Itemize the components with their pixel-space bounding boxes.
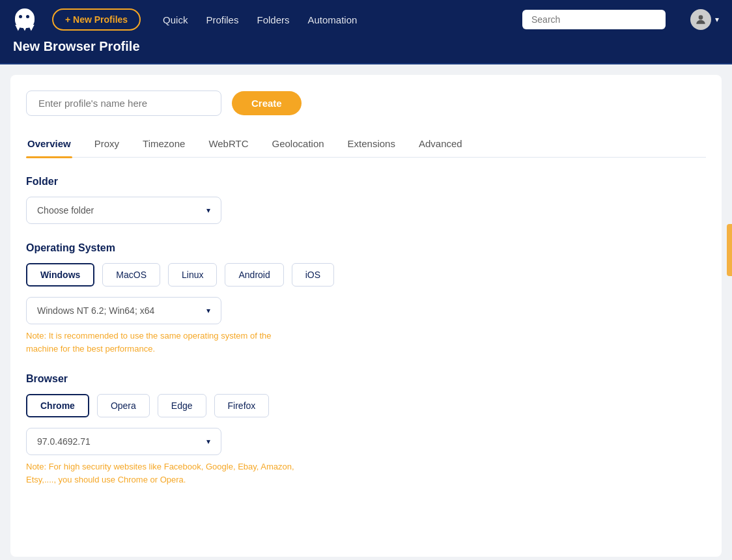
folder-dropdown[interactable]: Choose folder ▾ xyxy=(26,197,221,224)
page-header: New Browser Profile xyxy=(0,39,732,64)
browser-btn-chrome[interactable]: Chrome xyxy=(26,394,89,417)
tab-advanced[interactable]: Advanced xyxy=(417,132,464,157)
scrollbar-handle[interactable] xyxy=(727,224,732,276)
tab-geolocation[interactable]: Geolocation xyxy=(271,132,326,157)
logo xyxy=(13,8,36,31)
os-btn-ios[interactable]: iOS xyxy=(292,263,334,287)
nav-link-quick[interactable]: Quick xyxy=(163,14,188,25)
browser-label: Browser xyxy=(26,373,706,385)
tab-extensions[interactable]: Extensions xyxy=(346,132,397,157)
os-btn-windows[interactable]: Windows xyxy=(26,263,94,287)
browser-note: Note: For high security websites like Fa… xyxy=(26,460,300,486)
navbar: + New Profiles Quick Profiles Folders Au… xyxy=(0,0,732,39)
browser-btn-opera[interactable]: Opera xyxy=(97,394,150,417)
search-bar xyxy=(522,10,666,29)
tab-overview[interactable]: Overview xyxy=(26,132,72,157)
nav-link-profiles[interactable]: Profiles xyxy=(206,14,238,25)
tab-bar: Overview Proxy Timezone WebRTC Geolocati… xyxy=(26,132,706,158)
new-profiles-button[interactable]: + New Profiles xyxy=(52,8,141,31)
os-label: Operating System xyxy=(26,242,706,254)
page-title: New Browser Profile xyxy=(13,39,140,53)
nav-links: Quick Profiles Folders Automation xyxy=(163,14,357,25)
os-version-value: Windows NT 6.2; Win64; x64 xyxy=(37,305,154,316)
os-btn-linux[interactable]: Linux xyxy=(168,263,217,287)
folder-section: Folder Choose folder ▾ xyxy=(26,176,706,224)
avatar xyxy=(690,9,711,30)
user-menu[interactable]: ▾ xyxy=(690,9,719,30)
browser-version-dropdown[interactable]: 97.0.4692.71 ▾ xyxy=(26,428,221,455)
folder-placeholder: Choose folder xyxy=(37,205,94,216)
browser-version-value: 97.0.4692.71 xyxy=(37,436,91,447)
profile-name-row: Create xyxy=(26,91,706,116)
nav-link-automation[interactable]: Automation xyxy=(308,14,358,25)
nav-link-folders[interactable]: Folders xyxy=(257,14,289,25)
svg-point-0 xyxy=(699,15,703,20)
browser-btn-group: Chrome Opera Edge Firefox xyxy=(26,394,706,417)
browser-section: Browser Chrome Opera Edge Firefox 97.0.4… xyxy=(26,373,706,486)
profile-name-input[interactable] xyxy=(26,91,221,116)
chevron-down-icon: ▾ xyxy=(206,437,210,446)
os-btn-android[interactable]: Android xyxy=(225,263,283,287)
tab-proxy[interactable]: Proxy xyxy=(93,132,120,157)
create-button[interactable]: Create xyxy=(232,91,302,115)
os-section: Operating System Windows MacOS Linux And… xyxy=(26,242,706,355)
chevron-down-icon: ▾ xyxy=(206,206,210,215)
search-input[interactable] xyxy=(522,10,666,29)
tab-timezone[interactable]: Timezone xyxy=(141,132,186,157)
chevron-down-icon: ▾ xyxy=(715,15,719,24)
browser-btn-edge[interactable]: Edge xyxy=(158,394,206,417)
os-version-dropdown[interactable]: Windows NT 6.2; Win64; x64 ▾ xyxy=(26,297,221,324)
chevron-down-icon: ▾ xyxy=(206,306,210,315)
os-btn-macos[interactable]: MacOS xyxy=(102,263,160,287)
tab-webrtc[interactable]: WebRTC xyxy=(207,132,249,157)
folder-label: Folder xyxy=(26,176,706,188)
main-content: Create Overview Proxy Timezone WebRTC Ge… xyxy=(10,75,722,557)
os-note: Note: It is recommended to use the same … xyxy=(26,329,300,355)
os-btn-group: Windows MacOS Linux Android iOS xyxy=(26,263,706,287)
browser-btn-firefox[interactable]: Firefox xyxy=(214,394,270,417)
